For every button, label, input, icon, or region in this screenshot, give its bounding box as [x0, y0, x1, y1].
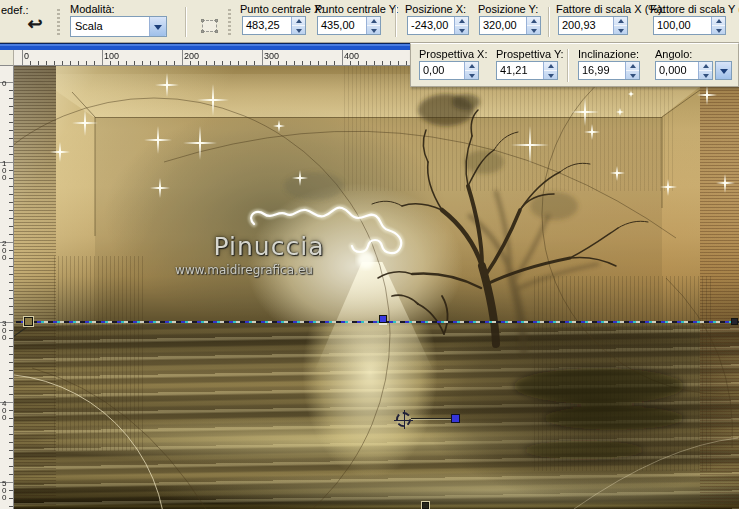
ruler-tick: [9, 234, 13, 235]
spinner-buttons[interactable]: [366, 17, 380, 34]
spinner-buttons[interactable]: [698, 62, 712, 79]
position-x-field[interactable]: -243,00: [407, 16, 469, 35]
spinner-buttons[interactable]: [613, 17, 627, 34]
ruler-tick: [9, 490, 13, 491]
spinner-buttons[interactable]: [625, 62, 639, 79]
skew-field[interactable]: 16,99: [578, 61, 640, 80]
ruler-tick: [110, 61, 111, 65]
ruler-tick: [246, 61, 247, 65]
spinner-buttons[interactable]: [464, 62, 478, 79]
deform-bounding-line[interactable]: [16, 321, 739, 323]
ruler-tick: [206, 61, 207, 65]
scale-y-value: 100,00: [657, 19, 691, 31]
ruler-tick: [190, 61, 191, 65]
position-y-field[interactable]: 320,00: [479, 16, 541, 35]
sparkle-icon: [511, 126, 549, 164]
ruler-tick: [9, 418, 13, 419]
spinner-buttons[interactable]: [291, 17, 305, 34]
spinner-buttons[interactable]: [526, 17, 540, 34]
center-x-label: Punto centrale X:: [240, 3, 324, 15]
center-y-field[interactable]: 435,00: [317, 16, 381, 35]
ruler-label: 200: [184, 51, 199, 61]
ruler-label: 0: [2, 80, 6, 87]
perspective-x-value: 0,00: [423, 64, 444, 76]
mode-select[interactable]: Scala: [70, 16, 167, 37]
perspective-y-label: Prospettiva Y:: [496, 48, 564, 60]
scale-y-field[interactable]: 100,00: [653, 16, 726, 35]
ruler-tick: [30, 61, 31, 65]
perspective-y-field[interactable]: 41,21: [496, 61, 558, 80]
ruler-tick: [9, 282, 13, 283]
ruler-tick: [9, 458, 13, 459]
reset-arrow-icon: ↩: [27, 13, 42, 35]
skew-label: Inclinazione:: [578, 48, 639, 60]
angle-field[interactable]: 0,000: [655, 61, 713, 80]
deform-handle-center[interactable]: [379, 315, 387, 323]
ruler-tick: [54, 61, 55, 65]
toolbar-separator: [395, 7, 397, 37]
ruler-tick: [9, 114, 13, 115]
rotation-pivot-icon[interactable]: [396, 412, 411, 427]
chevron-down-icon[interactable]: [149, 17, 166, 36]
ruler-tick: [9, 394, 13, 395]
ruler-label: 300: [264, 51, 279, 61]
ruler-tick: [9, 274, 13, 275]
toolbar-grip: [57, 9, 60, 35]
position-x-value: -243,00: [411, 19, 448, 31]
ruler-tick: [9, 202, 13, 203]
perspective-x-field[interactable]: 0,00: [419, 61, 479, 80]
ruler-tick: [9, 290, 13, 291]
center-y-label: Punto centrale Y:: [315, 3, 399, 15]
ruler-tick: [302, 61, 303, 65]
mode-value: Scala: [75, 20, 103, 32]
ruler-tick: [238, 61, 239, 65]
ruler-tick: [182, 50, 183, 65]
app-window: edef.: ↩ Modalità: Scala Punto centrale …: [0, 0, 739, 509]
ruler-tick: [294, 61, 295, 65]
ruler-tick: [9, 474, 13, 475]
ruler-tick: [102, 50, 103, 65]
scale-x-field[interactable]: 200,93: [558, 16, 628, 35]
center-x-field[interactable]: 483,25: [242, 16, 306, 35]
deform-handle-bottom[interactable]: [422, 502, 429, 509]
ruler-tick: [166, 61, 167, 65]
image-canvas[interactable]: Pinuccia www.maidiregrafica.eu: [14, 66, 739, 509]
deform-rect-icon: [202, 20, 217, 32]
vertical-ruler[interactable]: 01 0 02 0 03 0 04 0 05 0 0: [0, 66, 14, 509]
reset-arrow-button[interactable]: ↩: [22, 11, 48, 37]
ruler-corner: [0, 50, 14, 66]
spinner-buttons[interactable]: [711, 17, 725, 34]
ruler-tick: [9, 362, 13, 363]
spinner-buttons[interactable]: [543, 62, 557, 79]
ruler-label: 1 0 0: [2, 160, 6, 181]
ruler-label: 0: [24, 51, 29, 61]
ruler-tick: [9, 466, 13, 467]
ruler-tick: [9, 314, 13, 315]
deform-rect-button[interactable]: [196, 14, 222, 38]
scale-x-label: Fattore di scala X (%):: [556, 3, 665, 15]
perspective-y-value: 41,21: [500, 64, 528, 76]
ruler-tick: [94, 61, 95, 65]
ruler-tick: [9, 370, 13, 371]
ruler-tick: [382, 61, 383, 65]
toolbar-grip: [228, 9, 231, 35]
ruler-tick: [134, 61, 135, 65]
rotation-handle[interactable]: [451, 414, 460, 423]
ruler-tick: [9, 330, 13, 331]
sparkle-icon: [628, 91, 634, 97]
ruler-tick: [150, 61, 151, 65]
sparkle-icon: [72, 110, 98, 136]
deform-handle-left[interactable]: [24, 317, 33, 326]
ruler-tick: [318, 61, 319, 65]
ruler-tick: [390, 61, 391, 65]
skew-value: 16,99: [582, 64, 610, 76]
ruler-tick: [9, 346, 13, 347]
sparkle-icon: [197, 84, 229, 116]
sparkle-icon: [571, 98, 599, 126]
perspective-toolbar-panel: Prospettiva X: 0,00 Prospettiva Y: 41,21…: [410, 43, 739, 87]
spinner-buttons[interactable]: [454, 17, 468, 34]
position-y-value: 320,00: [483, 19, 517, 31]
deform-handle-right[interactable]: [731, 318, 738, 325]
angle-dropdown-button[interactable]: [715, 61, 732, 80]
ruler-tick: [286, 61, 287, 65]
